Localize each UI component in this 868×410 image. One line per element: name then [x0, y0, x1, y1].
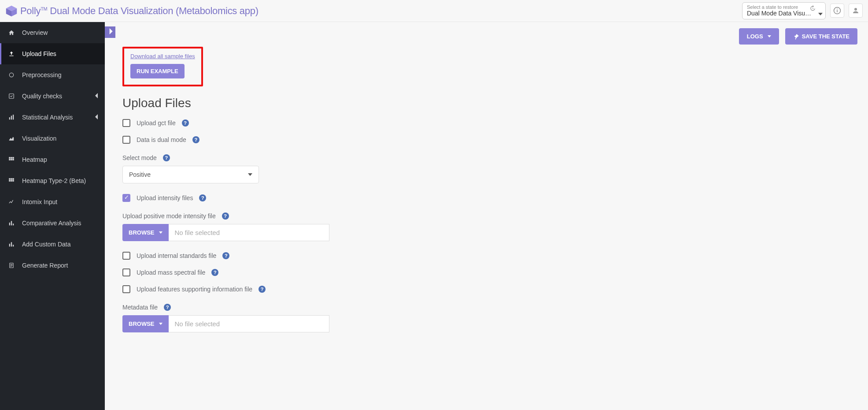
- help-icon[interactable]: ?: [163, 154, 170, 161]
- grid-icon: [8, 178, 15, 184]
- sidebar-item-quality-checks[interactable]: Quality checks: [0, 86, 105, 107]
- pager-next-icon[interactable]: [106, 26, 115, 38]
- sidebar-item-comparative-analysis[interactable]: Comparative Analysis: [0, 212, 105, 234]
- dual-mode-label: Data is dual mode: [137, 136, 186, 143]
- area-icon: [8, 135, 15, 142]
- internal-standards-checkbox[interactable]: [122, 252, 130, 260]
- sidebar-item-preprocessing[interactable]: Preprocessing: [0, 64, 105, 86]
- metadata-file-row: BROWSE No file selected: [122, 315, 329, 332]
- history-icon: [809, 5, 816, 11]
- svg-rect-8: [9, 94, 14, 99]
- svg-rect-28: [11, 242, 12, 246]
- line-icon: [8, 199, 15, 205]
- sidebar-item-visualization[interactable]: Visualization: [0, 128, 105, 149]
- bars-icon: [8, 220, 15, 226]
- metadata-label: Metadata file: [122, 304, 158, 311]
- features-info-label: Upload features supporting information f…: [137, 286, 252, 293]
- help-icon[interactable]: ?: [164, 304, 171, 311]
- svg-rect-10: [11, 116, 12, 120]
- select-mode-value: Positive: [129, 171, 151, 178]
- dual-mode-checkbox[interactable]: [122, 136, 130, 144]
- svg-rect-25: [11, 221, 12, 225]
- user-button[interactable]: [849, 4, 863, 18]
- features-info-checkbox[interactable]: [122, 285, 130, 293]
- top-header: PollyTM Dual Mode Data Visualization (Me…: [0, 0, 868, 22]
- upload-intensity-checkbox[interactable]: [122, 194, 130, 202]
- brand-title: PollyTM Dual Mode Data Visualization (Me…: [20, 5, 259, 17]
- svg-rect-16: [11, 159, 12, 160]
- sidebar-item-statistical-analysis[interactable]: Statistical Analysis: [0, 107, 105, 128]
- sidebar-item-heatmap-type-2[interactable]: Heatmap Type-2 (Beta): [0, 170, 105, 191]
- svg-rect-12: [9, 157, 11, 159]
- info-button[interactable]: [830, 4, 844, 18]
- help-icon[interactable]: ?: [259, 286, 266, 293]
- select-mode-label: Select mode: [122, 154, 157, 161]
- polly-logo-icon: [5, 5, 18, 17]
- top-actions: LOGS SAVE THE STATE: [739, 28, 857, 45]
- stats-icon: [8, 114, 15, 120]
- svg-rect-11: [13, 115, 14, 119]
- internal-standards-row: Upload internal standards file ?: [122, 252, 484, 260]
- select-mode-dropdown[interactable]: Positive: [122, 166, 259, 183]
- svg-rect-27: [9, 244, 10, 246]
- save-state-button[interactable]: SAVE THE STATE: [785, 28, 857, 45]
- svg-rect-15: [9, 159, 11, 160]
- chevron-left-icon: [95, 114, 99, 121]
- dual-mode-row: Data is dual mode ?: [122, 136, 484, 144]
- sidebar-item-label: Statistical Analysis: [22, 114, 73, 121]
- sidebar-item-heatmap[interactable]: Heatmap: [0, 149, 105, 170]
- svg-rect-18: [9, 178, 11, 180]
- sidebar-item-upload-files[interactable]: Upload Files: [0, 43, 105, 64]
- browse-metadata-button[interactable]: BROWSE: [122, 315, 169, 332]
- state-restore-label: Select a state to restore: [747, 4, 812, 10]
- upload-gct-label: Upload gct file: [137, 119, 176, 127]
- sidebar-item-overview[interactable]: Overview: [0, 22, 105, 43]
- select-mode-block: Select mode ? Positive: [122, 154, 484, 183]
- features-info-row: Upload features supporting information f…: [122, 285, 484, 293]
- pin-icon: [793, 34, 799, 40]
- metadata-block: Metadata file ? BROWSE No file selected: [122, 304, 484, 332]
- mass-spectral-label: Upload mass spectral file: [137, 269, 205, 276]
- browse-positive-button[interactable]: BROWSE: [122, 224, 169, 241]
- sidebar-item-label: Heatmap Type-2 (Beta): [22, 177, 86, 184]
- upload-gct-checkbox[interactable]: [122, 119, 130, 127]
- help-icon[interactable]: ?: [182, 119, 189, 127]
- header-right: Select a state to restore Dual Mode Data…: [742, 2, 863, 19]
- svg-rect-20: [12, 178, 14, 180]
- upload-intensity-row: Upload intensity files ?: [122, 194, 484, 202]
- positive-intensity-block: Upload positive mode intensity file ? BR…: [122, 212, 484, 241]
- help-icon[interactable]: ?: [222, 252, 229, 259]
- internal-standards-label: Upload internal standards file: [137, 252, 216, 259]
- sidebar: Overview Upload Files Preprocessing Qual…: [0, 22, 105, 410]
- sidebar-item-label: Comparative Analysis: [22, 220, 81, 227]
- sidebar-item-label: Generate Report: [22, 262, 68, 269]
- svg-rect-19: [11, 178, 12, 180]
- svg-rect-9: [9, 117, 10, 119]
- bars-icon: [8, 241, 15, 247]
- sidebar-item-label: Add Custom Data: [22, 241, 71, 248]
- sidebar-item-label: Visualization: [22, 135, 56, 142]
- sidebar-item-generate-report[interactable]: Generate Report: [0, 255, 105, 276]
- chevron-left-icon: [95, 93, 99, 100]
- svg-rect-23: [12, 180, 14, 182]
- sidebar-item-label: Overview: [22, 29, 48, 36]
- help-icon[interactable]: ?: [222, 212, 229, 220]
- user-icon: [852, 7, 860, 15]
- doc-icon: [8, 262, 15, 268]
- state-restore-dropdown[interactable]: Select a state to restore Dual Mode Data…: [742, 2, 826, 19]
- sidebar-item-intomix-input[interactable]: Intomix Input: [0, 191, 105, 212]
- help-icon[interactable]: ?: [211, 269, 218, 276]
- run-example-button[interactable]: RUN EXAMPLE: [130, 64, 185, 78]
- upload-intensity-label: Upload intensity files: [137, 194, 193, 201]
- mass-spectral-checkbox[interactable]: [122, 268, 130, 276]
- pager: [105, 26, 115, 38]
- upload-gct-row: Upload gct file ?: [122, 119, 484, 127]
- help-icon[interactable]: ?: [199, 194, 206, 201]
- help-icon[interactable]: ?: [192, 136, 199, 143]
- svg-rect-13: [11, 157, 12, 159]
- download-sample-files-link[interactable]: Download all sample files: [130, 53, 195, 60]
- logs-button[interactable]: LOGS: [739, 28, 779, 45]
- sidebar-item-label: Upload Files: [22, 50, 56, 57]
- sidebar-item-add-custom-data[interactable]: Add Custom Data: [0, 234, 105, 255]
- svg-rect-4: [837, 10, 838, 12]
